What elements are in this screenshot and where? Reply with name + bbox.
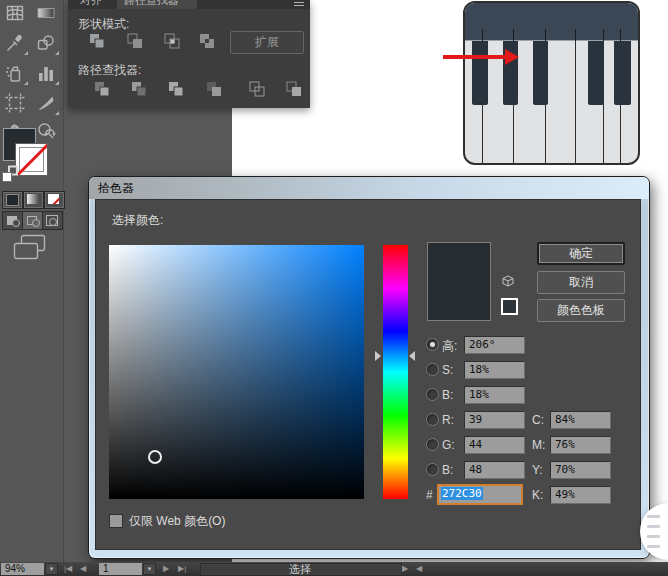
piano-tick (545, 29, 546, 41)
watermark-line (647, 535, 660, 538)
default-fill-stroke-icon[interactable] (1, 165, 19, 183)
blue-radio[interactable] (426, 463, 439, 476)
illustrator-window: 对齐 路径查找器 形状模式: 扩展 路径查找器: (0, 0, 668, 576)
piano-tick (575, 29, 576, 41)
red-field[interactable]: 39 (464, 411, 525, 429)
none-icon (48, 194, 59, 204)
brightness-field[interactable]: 18% (464, 386, 525, 404)
hue-radio[interactable] (426, 338, 439, 351)
expand-button[interactable]: 扩展 (230, 31, 304, 54)
green-label: G: (442, 438, 455, 452)
hex-selected-text: 272C30 (441, 487, 483, 500)
swap-fill-stroke-icon[interactable] (42, 124, 58, 140)
unite-icon[interactable] (88, 32, 106, 50)
color-swatches-button[interactable]: 颜色色板 (537, 299, 625, 322)
gradient-icon (27, 194, 38, 204)
zoom-dropdown-icon[interactable]: ▼ (45, 563, 58, 575)
hex-label: # (426, 488, 433, 502)
color-mode-button[interactable] (2, 191, 23, 209)
pathfinder-label: 路径查找器: (78, 62, 141, 79)
red-radio[interactable] (426, 413, 439, 426)
draw-behind-button[interactable] (23, 212, 43, 229)
solid-color-icon (6, 194, 19, 206)
saturation-radio[interactable] (426, 363, 439, 376)
symbol-sprayer-tool[interactable] (4, 62, 28, 86)
none-mode-button[interactable] (44, 191, 65, 209)
trim-icon[interactable] (130, 80, 148, 98)
hex-field[interactable]: 272C30 (437, 484, 523, 505)
next-artboard-button[interactable]: ▶ (163, 564, 169, 574)
stroke-color-swatch[interactable] (15, 143, 48, 176)
black-key (533, 41, 548, 105)
cyan-field[interactable]: 84% (550, 411, 611, 429)
white-key-divider (575, 41, 576, 163)
slice-tool[interactable] (35, 92, 59, 116)
red-label: R: (442, 413, 454, 427)
status-bar: 94% ▼ |◀ ◀ 1 ▼ ▶ ▶| 选择 ▶ ◀ (0, 562, 668, 576)
hue-slider-right-arrow[interactable] (409, 351, 415, 361)
black-field[interactable]: 49% (550, 486, 611, 504)
hue-slider-left-arrow[interactable] (375, 351, 381, 361)
mesh-tool[interactable] (4, 2, 28, 26)
hue-slider[interactable] (383, 245, 408, 499)
panel-menu-icon[interactable] (294, 2, 304, 8)
yellow-field[interactable]: 70% (550, 461, 611, 479)
draw-inside-button[interactable] (43, 212, 62, 229)
hue-field[interactable]: 206° (464, 336, 525, 354)
artboard-number-field[interactable]: 1 (99, 563, 142, 575)
piano-tick (620, 29, 621, 41)
black-label: K: (532, 488, 543, 502)
column-graph-tool[interactable] (35, 62, 59, 86)
web-only-checkbox[interactable] (109, 514, 123, 528)
screen-mode-icon[interactable] (13, 234, 47, 260)
watermark-line (647, 515, 660, 518)
black-key (614, 41, 631, 105)
green-field[interactable]: 44 (464, 436, 525, 454)
dialog-title: 拾色器 (98, 181, 134, 195)
gradient-tool[interactable] (35, 2, 59, 26)
gradient-mode-button[interactable] (23, 191, 44, 209)
blue-field[interactable]: 48 (464, 461, 525, 479)
cancel-button[interactable]: 取消 (537, 271, 625, 294)
web-safe-color-swatch[interactable] (501, 298, 518, 315)
intersect-icon[interactable] (163, 32, 181, 50)
brightness-label: B: (442, 388, 453, 402)
black-key (588, 41, 604, 105)
green-radio[interactable] (426, 438, 439, 451)
magenta-field[interactable]: 76% (550, 436, 611, 454)
none-stroke-indicator (16, 143, 48, 176)
outline-icon[interactable] (248, 80, 266, 98)
ok-button[interactable]: 确定 (537, 242, 625, 265)
color-field-marker[interactable] (148, 450, 162, 464)
previous-artboard-button[interactable]: ◀ (80, 564, 86, 574)
merge-icon[interactable] (167, 80, 185, 98)
exclude-icon[interactable] (198, 32, 216, 50)
dialog-body: 选择颜色: 确定 取消 颜色色板 高: 206° S: 18% (95, 199, 641, 550)
dialog-titlebar[interactable]: 拾色器 (89, 177, 649, 199)
eyedropper-tool[interactable] (4, 32, 28, 56)
first-artboard-button[interactable]: |◀ (64, 564, 72, 574)
crop-icon[interactable] (205, 80, 223, 98)
piano-tick (513, 29, 514, 41)
brightness-radio[interactable] (426, 388, 439, 401)
artboard-dropdown-icon[interactable]: ▼ (143, 563, 156, 575)
divide-icon[interactable] (93, 80, 111, 98)
select-color-label: 选择颜色: (112, 212, 163, 229)
last-artboard-button[interactable]: ▶| (178, 564, 186, 574)
artboard-tool[interactable] (4, 92, 28, 116)
tab-align[interactable]: 对齐 (73, 0, 115, 9)
saturation-field[interactable]: 18% (464, 361, 525, 379)
status-scroll-left-icon[interactable]: ◀ (416, 564, 422, 574)
panel-tab-strip: 对齐 路径查找器 (68, 0, 310, 9)
blend-tool[interactable] (35, 32, 59, 56)
minus-back-icon[interactable] (285, 80, 303, 98)
zoom-level-field[interactable]: 94% (1, 563, 44, 575)
status-scroll-right-icon[interactable]: ▶ (402, 564, 408, 574)
saturation-brightness-field[interactable] (109, 245, 364, 499)
red-arrow (443, 55, 507, 59)
color-picker-dialog: 拾色器 选择颜色: 确定 取消 颜色色板 高: 206° S: (88, 176, 650, 559)
out-of-web-gamut-cube-icon[interactable] (500, 274, 516, 290)
minus-front-icon[interactable] (126, 32, 144, 50)
tab-pathfinder[interactable]: 路径查找器 (117, 0, 197, 9)
draw-normal-button[interactable] (3, 212, 23, 229)
